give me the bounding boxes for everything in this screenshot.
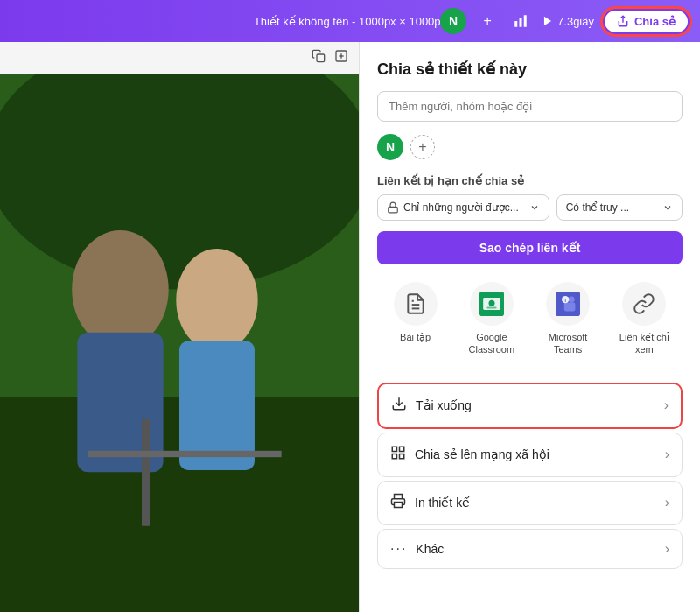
canvas-image: [0, 74, 359, 612]
microsoft-teams-label: Microsoft Teams: [536, 331, 599, 356]
svg-rect-27: [564, 303, 576, 312]
collaborators-row: N +: [377, 134, 682, 160]
share-icons-row: Bài tập Google Classroom: [377, 282, 682, 365]
add-frame-icon-button[interactable]: [334, 49, 348, 67]
svg-rect-16: [142, 419, 150, 526]
action-chia-se-mxh[interactable]: Chia sẻ lên mạng xã hội ›: [377, 433, 682, 477]
svg-rect-2: [524, 15, 527, 27]
google-classroom-label: Google Classroom: [460, 331, 523, 356]
share-icon-bai-tap[interactable]: Bài tập: [384, 282, 447, 356]
bai-tap-icon: [394, 282, 438, 326]
more-icon: ···: [390, 541, 407, 557]
link-dropdown-2[interactable]: Có thể truy ...: [556, 194, 682, 221]
bai-tap-label: Bài tập: [400, 331, 430, 343]
canvas-content: ↻: [0, 74, 359, 612]
action-in-thiet-ke[interactable]: In thiết kế ›: [377, 481, 682, 525]
svg-rect-32: [400, 447, 404, 451]
svg-rect-0: [514, 21, 517, 27]
svg-point-23: [488, 300, 494, 306]
link-dropdown-1[interactable]: Chỉ những người được...: [377, 194, 550, 221]
svg-text:T: T: [564, 298, 568, 303]
svg-rect-34: [400, 454, 404, 458]
svg-point-12: [72, 230, 169, 348]
svg-rect-24: [486, 307, 496, 309]
svg-point-10: [0, 74, 359, 290]
chevron-right-icon-4: ›: [665, 541, 669, 557]
action-tai-xuong[interactable]: Tải xuống ›: [377, 383, 682, 429]
svg-rect-35: [395, 502, 402, 507]
share-icon-lien-ket[interactable]: Liên kết chỉ xem: [612, 282, 676, 356]
svg-rect-31: [392, 447, 396, 451]
share-icon-google-classroom[interactable]: Google Classroom: [460, 282, 523, 356]
social-share-icon: [390, 445, 406, 465]
google-classroom-icon: [470, 282, 514, 326]
lien-ket-icon: [622, 282, 666, 326]
main-content: ↻: [0, 42, 700, 612]
copy-link-button[interactable]: Sao chép liên kết: [377, 231, 682, 264]
topbar: Thiết kế không tên - 1000px × 1000px N +…: [0, 0, 700, 42]
search-input[interactable]: [377, 91, 682, 122]
print-icon: [390, 493, 406, 513]
link-controls: Chỉ những người được... Có thể truy ...: [377, 194, 682, 221]
svg-rect-18: [388, 207, 398, 212]
svg-rect-17: [88, 451, 282, 457]
chevron-right-icon: ›: [664, 397, 668, 413]
add-button[interactable]: +: [475, 9, 500, 33]
svg-rect-1: [520, 18, 522, 27]
microsoft-teams-icon: T: [546, 282, 590, 326]
collaborator-avatar: N: [377, 134, 403, 160]
svg-marker-3: [544, 17, 551, 26]
chevron-right-icon-2: ›: [665, 447, 669, 462]
topbar-right-actions: N + 7.3giây Chia sẻ: [440, 8, 690, 34]
add-collaborator-button[interactable]: +: [410, 135, 435, 159]
link-section-label: Liên kết bị hạn chế chia sẻ: [377, 174, 682, 187]
share-button[interactable]: Chia sẻ: [603, 9, 690, 34]
svg-rect-33: [392, 454, 396, 458]
svg-rect-5: [317, 54, 325, 62]
chevron-right-icon-3: ›: [665, 495, 669, 510]
panel-title: Chia sẻ thiết kế này: [377, 60, 682, 79]
canvas-svg: [0, 74, 359, 612]
lien-ket-label: Liên kết chỉ xem: [612, 331, 676, 356]
copy-icon-button[interactable]: [312, 49, 326, 67]
svg-point-14: [176, 249, 257, 352]
canvas-area: ↻: [0, 42, 359, 612]
action-khac[interactable]: ··· Khác ›: [377, 529, 682, 569]
canvas-toolbar: [0, 42, 359, 74]
action-list: Tải xuống › Chia sẻ lên mạng xã hội ›: [377, 383, 682, 569]
share-icon-microsoft-teams[interactable]: T Microsoft Teams: [536, 282, 599, 356]
play-time[interactable]: 7.3giây: [542, 15, 594, 28]
download-icon: [391, 396, 407, 416]
svg-point-26: [569, 297, 575, 303]
share-panel: Chia sẻ thiết kế này N + Liên kết bị hạn…: [359, 42, 700, 612]
chart-icon-button[interactable]: [508, 9, 533, 33]
avatar[interactable]: N: [440, 8, 466, 34]
